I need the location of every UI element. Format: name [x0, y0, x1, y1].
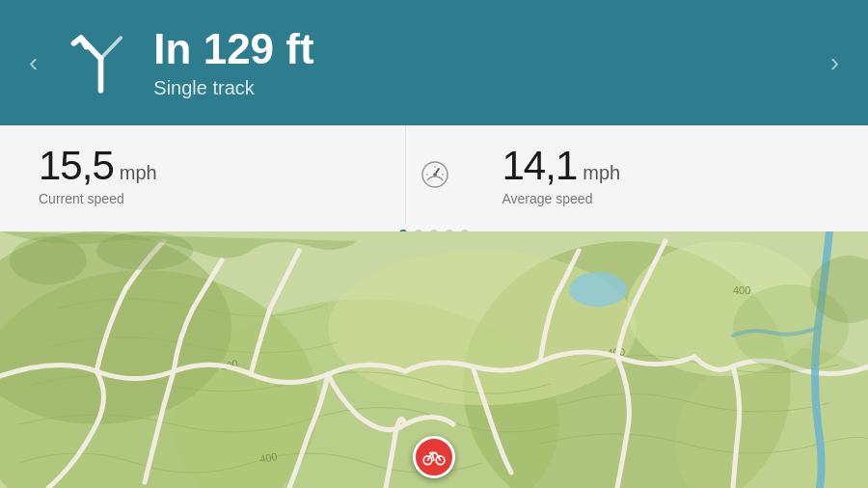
svg-point-5 — [433, 174, 436, 176]
current-speed-label: Current speed — [39, 191, 366, 206]
average-speed-unit: mph — [583, 162, 620, 184]
speedometer-icon — [420, 159, 450, 190]
nav-distance: In 129 ft — [153, 26, 313, 72]
next-arrow-button[interactable]: › — [821, 38, 849, 88]
current-speed-value-row: 15,5 mph — [39, 143, 366, 189]
bike-marker — [413, 436, 455, 478]
stats-row: 15,5 mph Current speed 14,1 mph — [0, 125, 868, 224]
map-area[interactable]: 400 400 400 400 — [0, 231, 868, 488]
average-speed-number: 14,1 — [502, 143, 578, 189]
nav-banner: ‹ In 129 ft Single track › — [0, 0, 868, 125]
average-speed-value-row: 14,1 mph — [502, 143, 830, 189]
bike-icon — [421, 445, 447, 470]
turn-icon — [57, 19, 144, 106]
svg-point-22 — [10, 236, 87, 285]
speedometer-icon-area — [406, 159, 464, 190]
prev-arrow-button[interactable]: ‹ — [19, 38, 47, 88]
average-speed-item: 14,1 mph Average speed — [464, 125, 869, 224]
svg-point-21 — [569, 272, 627, 307]
svg-point-23 — [96, 231, 193, 270]
svg-line-2 — [100, 38, 121, 59]
current-speed-item: 15,5 mph Current speed — [0, 125, 406, 224]
stats-panel: 15,5 mph Current speed 14,1 mph — [0, 125, 868, 231]
average-speed-label: Average speed — [502, 191, 830, 206]
current-speed-unit: mph — [120, 162, 157, 184]
svg-text:400: 400 — [733, 285, 750, 296]
current-speed-number: 15,5 — [39, 143, 114, 189]
nav-road-name: Single track — [153, 77, 313, 99]
nav-info: In 129 ft Single track — [153, 26, 313, 98]
